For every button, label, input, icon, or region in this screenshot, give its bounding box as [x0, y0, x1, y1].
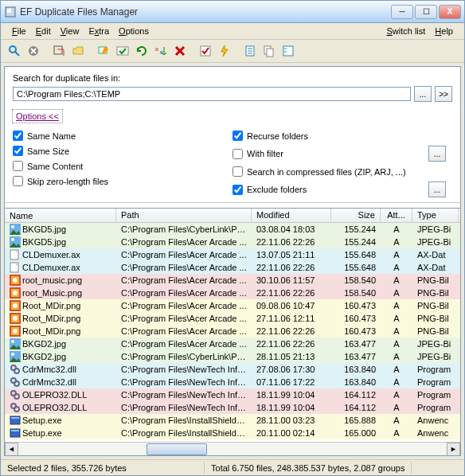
table-row[interactable]: BKGD5.jpgC:\Program Files\Acer Arcade ..…: [5, 236, 460, 248]
checkbox-label: Same Size: [27, 146, 69, 156]
list-header[interactable]: Name Path Modified Size Att... Type: [5, 209, 460, 223]
menu-options[interactable]: Options: [114, 25, 154, 37]
scroll-right-button[interactable]: ►: [447, 443, 460, 456]
check-same-content[interactable]: Same Content: [13, 161, 232, 171]
menu-help[interactable]: Help: [430, 25, 458, 37]
table-row[interactable]: Root_MDir.pngC:\Program Files\Acer Arcad…: [5, 299, 460, 312]
checkbox[interactable]: [232, 149, 243, 159]
close-button[interactable]: X: [439, 5, 461, 19]
options-checks: Same NameSame SizeSame ContentSkip zero-…: [13, 131, 452, 197]
col-modified[interactable]: Modified: [252, 209, 331, 222]
minimize-button[interactable]: ─: [391, 5, 413, 19]
horizontal-scrollbar[interactable]: ◄ ►: [5, 442, 460, 455]
file-path: C:\Program Files\Acer Arcade ...: [116, 326, 252, 336]
menu-switchlist[interactable]: Switch list: [381, 25, 430, 37]
options-button[interactable]: ...: [428, 146, 446, 162]
table-row[interactable]: root_Music.pngC:\Program Files\Acer Arca…: [5, 287, 460, 299]
check2-icon[interactable]: [197, 42, 214, 60]
col-name[interactable]: Name: [5, 209, 116, 222]
col-type[interactable]: Type: [412, 209, 459, 222]
scroll-left-button[interactable]: ◄: [5, 443, 18, 456]
svg-point-27: [11, 238, 14, 241]
menu-edit[interactable]: Edit: [31, 25, 56, 37]
file-icon: [10, 326, 21, 337]
titlebar[interactable]: EF Duplicate Files Manager ─ ☐ X: [1, 1, 464, 23]
check-search-in-compressed-files-zip-arj-[interactable]: Search in compressed files (ZIP, ARJ, ..…: [232, 166, 452, 177]
file-path: C:\Program Files\InstallShield I...: [116, 428, 252, 438]
stop-icon[interactable]: [25, 42, 42, 60]
checkbox[interactable]: [13, 146, 23, 156]
svg-rect-60: [11, 430, 19, 431]
copy-icon[interactable]: [260, 42, 278, 60]
table-row[interactable]: Root_MDir.pngC:\Program Files\Acer Arcad…: [5, 312, 460, 325]
toolbar: ae: [1, 40, 464, 63]
file-type: AX-Dat: [412, 263, 459, 272]
table-row[interactable]: Setup.exeC:\Program Files\InstallShield …: [5, 414, 460, 427]
file-name: CdrMmc32.dll: [22, 377, 76, 387]
scroll-track[interactable]: [18, 443, 447, 456]
edit-name-icon[interactable]: [95, 42, 112, 60]
file-name: BKGD5.jpg: [22, 237, 66, 247]
table-row[interactable]: OLEPRO32.DLLC:\Program Files\NewTech Inf…: [5, 401, 460, 414]
table-row[interactable]: root_music.pngC:\Program Files\Acer Arca…: [5, 274, 460, 287]
table-row[interactable]: BKGD2.jpgC:\Program Files\Acer Arcade ..…: [5, 337, 460, 350]
file-icon: [10, 262, 21, 273]
file-size: 160.473: [331, 326, 381, 336]
table-row[interactable]: CLDemuxer.axC:\Program Files\Acer Arcade…: [5, 261, 460, 274]
check-same-name[interactable]: Same Name: [13, 131, 232, 141]
sort-az-icon[interactable]: ae: [152, 42, 170, 60]
file-type: AX-Dat: [412, 250, 459, 259]
menu-extra[interactable]: Extra: [84, 25, 114, 37]
options-link[interactable]: Options <<: [13, 110, 62, 123]
checkbox[interactable]: [232, 185, 243, 195]
col-path[interactable]: Path: [116, 209, 252, 222]
file-size: 163.477: [331, 352, 381, 361]
table-row[interactable]: CLDemuxer.axC:\Program Files\Acer Arcade…: [5, 248, 460, 261]
checkbox[interactable]: [13, 176, 23, 186]
table-row[interactable]: BKGD2.jpgC:\Program Files\CyberLink\Po..…: [5, 350, 460, 363]
search-icon[interactable]: [6, 42, 23, 60]
table-row[interactable]: Root_MDir.pngC:\Program Files\Acer Arcad…: [5, 325, 460, 337]
file-attr: A: [381, 428, 412, 438]
table-row[interactable]: CdrMmc32.dllC:\Program Files\NewTech Inf…: [5, 376, 460, 388]
col-attr[interactable]: Att...: [381, 209, 412, 222]
options-button[interactable]: ...: [428, 181, 446, 197]
check-with-filter[interactable]: With filter...: [232, 146, 452, 162]
table-row[interactable]: BKGD5.jpgC:\Program Files\CyberLink\Po..…: [5, 223, 460, 236]
search-go-button[interactable]: >>: [435, 86, 452, 102]
folder-icon[interactable]: [69, 42, 87, 60]
file-name: BKGD2.jpg: [22, 352, 66, 361]
menu-view[interactable]: View: [56, 25, 84, 37]
table-row[interactable]: Setup.exeC:\Program Files\InstallShield …: [5, 427, 460, 439]
delete-icon[interactable]: [171, 42, 189, 60]
open-external-icon[interactable]: [50, 42, 68, 60]
checkbox[interactable]: [232, 131, 243, 141]
scroll-thumb[interactable]: [147, 443, 206, 455]
checkbox[interactable]: [13, 131, 23, 141]
file-type: PNG-Bil: [412, 275, 459, 285]
list-rows[interactable]: BKGD5.jpgC:\Program Files\CyberLink\Po..…: [5, 223, 460, 442]
svg-point-38: [13, 303, 18, 308]
document-icon[interactable]: [241, 42, 259, 60]
svg-rect-9: [117, 47, 128, 55]
menu-file[interactable]: File: [7, 25, 31, 37]
browse-button[interactable]: ...: [414, 86, 432, 102]
maximize-button[interactable]: ☐: [415, 5, 437, 19]
check-exclude-folders[interactable]: Exclude folders...: [232, 181, 452, 197]
checkbox[interactable]: [232, 166, 243, 177]
table-row[interactable]: CdrMmc32.dllC:\Program Files\NewTech Inf…: [5, 363, 460, 376]
flash-icon[interactable]: [216, 42, 233, 60]
col-size[interactable]: Size: [331, 209, 381, 222]
checkbox[interactable]: [13, 161, 23, 171]
list-icon[interactable]: [279, 42, 297, 60]
check-skip-zero-length-files[interactable]: Skip zero-length files: [13, 176, 232, 186]
check-same-size[interactable]: Same Size: [13, 146, 232, 156]
table-row[interactable]: OLEPRO32.DLLC:\Program Files\NewTech Inf…: [5, 388, 460, 401]
search-path-input[interactable]: [13, 87, 411, 101]
file-path: C:\Program Files\Acer Arcade ...: [116, 288, 252, 298]
file-path: C:\Program Files\Acer Arcade ...: [116, 301, 252, 310]
check-icon[interactable]: [114, 42, 131, 60]
file-name: Root_MDir.png: [22, 326, 80, 336]
check-recurse-folders[interactable]: Recurse folders: [232, 131, 452, 141]
refresh-icon[interactable]: [133, 42, 150, 60]
